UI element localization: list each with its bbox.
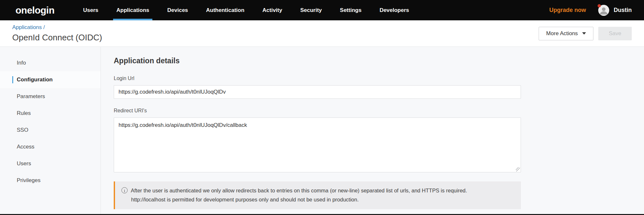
nav-item-authentication[interactable]: Authentication xyxy=(205,0,246,20)
redirect-uris-info-note: i After the user is authenticated we onl… xyxy=(114,181,521,209)
sidebar-item-users[interactable]: Users xyxy=(0,155,101,172)
page-header: Applications / OpenId Connect (OIDC) Mor… xyxy=(0,20,644,47)
login-url-field-group: Login Url xyxy=(114,76,644,99)
primary-nav: Users Applications Devices Authenticatio… xyxy=(82,0,426,20)
content-area: Info Configuration Parameters Rules SSO … xyxy=(0,47,644,214)
header-actions: More Actions Save xyxy=(539,27,632,40)
resize-grip-icon[interactable] xyxy=(516,167,520,171)
upgrade-now-link[interactable]: Upgrade now xyxy=(549,7,586,14)
login-url-input[interactable] xyxy=(114,85,521,99)
section-heading: Application details xyxy=(114,56,644,65)
redirect-uris-label: Redirect URI's xyxy=(114,108,644,114)
note-text-line2: http://localhost is permitted for develo… xyxy=(131,195,513,204)
more-actions-button[interactable]: More Actions xyxy=(539,27,593,40)
nav-item-devices[interactable]: Devices xyxy=(166,0,189,20)
redirect-uris-textarea[interactable]: https://g.codefresh.io/api/auth/t0nlUJoq… xyxy=(114,118,521,172)
save-button[interactable]: Save xyxy=(598,27,632,40)
onelogin-logo[interactable]: onelogin xyxy=(15,5,54,16)
login-url-label: Login Url xyxy=(114,76,644,81)
sidebar-item-privileges[interactable]: Privileges xyxy=(0,172,101,189)
sidebar-item-rules[interactable]: Rules xyxy=(0,105,101,122)
note-text-line1: After the user is authenticated we only … xyxy=(131,186,467,195)
configuration-panel: Application details Login Url Redirect U… xyxy=(101,47,644,214)
nav-item-security[interactable]: Security xyxy=(299,0,323,20)
nav-item-activity[interactable]: Activity xyxy=(261,0,284,20)
more-actions-label: More Actions xyxy=(546,30,578,37)
topnav-right-group: Upgrade now Dustin xyxy=(549,0,632,20)
user-avatar[interactable] xyxy=(598,5,609,16)
redirect-uris-field-group: Redirect URI's https://g.codefresh.io/ap… xyxy=(114,108,644,172)
title-block: Applications / OpenId Connect (OIDC) xyxy=(12,24,102,43)
sidebar-item-parameters[interactable]: Parameters xyxy=(0,88,101,105)
sidebar-item-info[interactable]: Info xyxy=(0,55,101,71)
nav-item-developers[interactable]: Developers xyxy=(378,0,410,20)
page-title: OpenId Connect (OIDC) xyxy=(12,33,102,43)
info-circle-icon: i xyxy=(121,187,128,193)
notification-dot-icon xyxy=(598,4,601,7)
nav-item-users[interactable]: Users xyxy=(82,0,100,20)
nav-item-applications[interactable]: Applications xyxy=(115,0,150,20)
sidebar-item-configuration[interactable]: Configuration xyxy=(0,71,101,88)
sidebar-item-sso[interactable]: SSO xyxy=(0,122,101,138)
chevron-down-icon xyxy=(582,32,586,35)
top-navigation-bar: onelogin Users Applications Devices Auth… xyxy=(0,0,644,20)
user-name[interactable]: Dustin xyxy=(614,7,632,14)
app-settings-sidebar: Info Configuration Parameters Rules SSO … xyxy=(0,47,101,214)
breadcrumb[interactable]: Applications / xyxy=(12,24,102,31)
sidebar-item-access[interactable]: Access xyxy=(0,138,101,155)
nav-item-settings[interactable]: Settings xyxy=(339,0,363,20)
